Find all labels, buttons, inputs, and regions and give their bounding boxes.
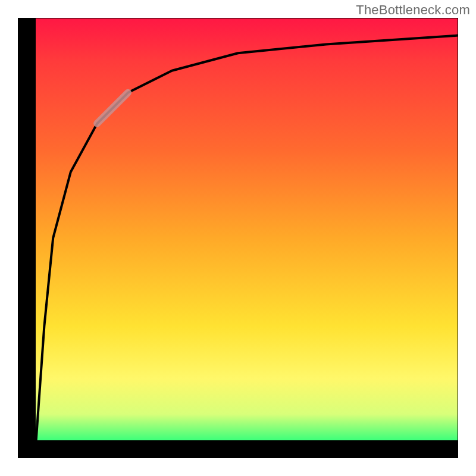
watermark-text: TheBottleneck.com: [356, 2, 470, 18]
plot-gradient-background: [18, 18, 458, 458]
chart-frame: TheBottleneck.com: [0, 0, 476, 476]
